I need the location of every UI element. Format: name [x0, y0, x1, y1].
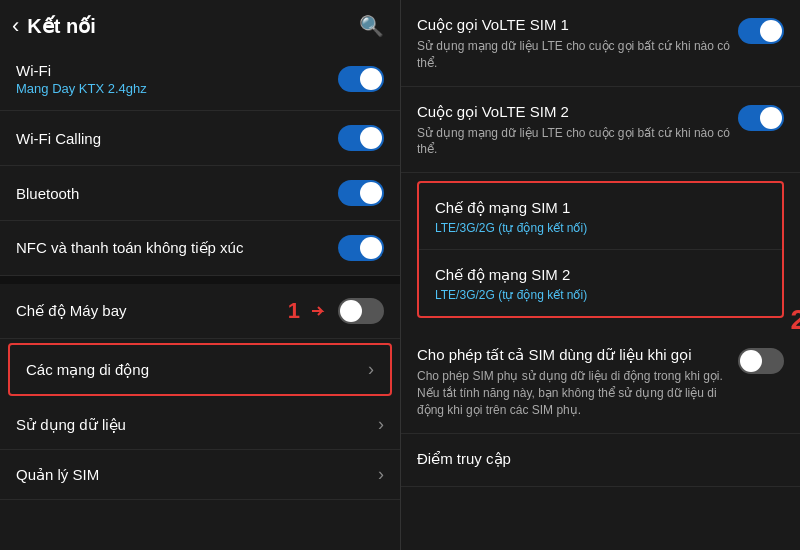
network-mode-sim1-subtitle: LTE/3G/2G (tự động kết nối) — [435, 221, 766, 235]
mobile-networks-title: Các mạng di động — [26, 361, 149, 379]
settings-item-mobile-networks[interactable]: Các mạng di động › — [10, 345, 390, 394]
volte-sim1-title: Cuộc gọi VoLTE SIM 1 — [417, 16, 730, 34]
settings-item-wifi[interactable]: Wi-Fi Mang Day KTX 2.4ghz — [0, 48, 400, 111]
volte-sim2-title: Cuộc gọi VoLTE SIM 2 — [417, 103, 730, 121]
volte-sim2-item[interactable]: Cuộc gọi VoLTE SIM 2 Sử dụng mạng dữ liệ… — [401, 87, 800, 174]
settings-item-wifi-calling[interactable]: Wi-Fi Calling — [0, 111, 400, 166]
nfc-toggle[interactable] — [338, 235, 384, 261]
settings-item-data-usage[interactable]: Sử dụng dữ liệu › — [0, 400, 400, 450]
access-point-title: Điểm truy cập — [417, 450, 784, 468]
airplane-title: Chế độ Máy bay — [16, 302, 127, 320]
arrow-icon — [308, 302, 326, 320]
network-mode-sim2-title: Chế độ mạng SIM 2 — [435, 266, 766, 284]
wifi-calling-toggle[interactable] — [338, 125, 384, 151]
allow-sim-title: Cho phép tất cả SIM dùng dữ liệu khi gọi — [417, 346, 730, 364]
allow-sim-data-item[interactable]: Cho phép tất cả SIM dùng dữ liệu khi gọi… — [401, 330, 800, 433]
divider-1 — [0, 276, 400, 284]
volte-sim1-desc: Sử dụng mạng dữ liệu LTE cho cuộc gọi bấ… — [417, 38, 730, 72]
chevron-right-icon-2: › — [378, 414, 384, 435]
highlighted-group-wrapper: Chế độ mạng SIM 1 LTE/3G/2G (tự động kết… — [409, 177, 792, 322]
settings-item-nfc[interactable]: NFC và thanh toán không tiếp xúc — [0, 221, 400, 276]
mobile-networks-highlight: Các mạng di động › — [8, 343, 392, 396]
badge-1: 1 — [288, 298, 300, 324]
bluetooth-title: Bluetooth — [16, 185, 79, 202]
volte-sim1-item[interactable]: Cuộc gọi VoLTE SIM 1 Sử dụng mạng dữ liệ… — [401, 0, 800, 87]
right-panel: Cuộc gọi VoLTE SIM 1 Sử dụng mạng dữ liệ… — [400, 0, 800, 550]
network-mode-sim2-item[interactable]: Chế độ mạng SIM 2 LTE/3G/2G (tự động kết… — [419, 250, 782, 316]
wifi-toggle[interactable] — [338, 66, 384, 92]
volte-sim1-toggle[interactable] — [738, 18, 784, 44]
settings-item-sim-manager[interactable]: Quản lý SIM › — [0, 450, 400, 500]
header: ‹ Kết nối 🔍 — [0, 0, 400, 48]
wifi-calling-title: Wi-Fi Calling — [16, 130, 101, 147]
bluetooth-toggle[interactable] — [338, 180, 384, 206]
network-mode-sim1-title: Chế độ mạng SIM 1 — [435, 199, 766, 217]
left-panel: ‹ Kết nối 🔍 Wi-Fi Mang Day KTX 2.4ghz Wi… — [0, 0, 400, 550]
badge-2: 2 — [790, 304, 800, 336]
sim-manager-title: Quản lý SIM — [16, 466, 99, 484]
network-mode-sim1-item[interactable]: Chế độ mạng SIM 1 LTE/3G/2G (tự động kết… — [419, 183, 782, 250]
wifi-subtitle: Mang Day KTX 2.4ghz — [16, 81, 147, 96]
search-button[interactable]: 🔍 — [359, 14, 384, 38]
data-usage-title: Sử dụng dữ liệu — [16, 416, 126, 434]
volte-sim2-desc: Sử dụng mạng dữ liệu LTE cho cuộc gọi bấ… — [417, 125, 730, 159]
chevron-right-icon: › — [368, 359, 374, 380]
wifi-title: Wi-Fi — [16, 62, 147, 79]
network-mode-highlight-group: Chế độ mạng SIM 1 LTE/3G/2G (tự động kết… — [417, 181, 784, 318]
settings-item-airplane[interactable]: Chế độ Máy bay 1 — [0, 284, 400, 339]
network-mode-sim2-subtitle: LTE/3G/2G (tự động kết nối) — [435, 288, 766, 302]
allow-sim-toggle[interactable] — [738, 348, 784, 374]
airplane-toggle[interactable] — [338, 298, 384, 324]
chevron-right-icon-3: › — [378, 464, 384, 485]
access-point-item[interactable]: Điểm truy cập — [401, 434, 800, 487]
back-button[interactable]: ‹ — [12, 15, 19, 37]
settings-list: Wi-Fi Mang Day KTX 2.4ghz Wi-Fi Calling … — [0, 48, 400, 550]
page-title: Kết nối — [27, 14, 95, 38]
nfc-title: NFC và thanh toán không tiếp xúc — [16, 239, 243, 257]
allow-sim-desc: Cho phép SIM phụ sử dụng dữ liệu di động… — [417, 368, 730, 418]
settings-item-bluetooth[interactable]: Bluetooth — [0, 166, 400, 221]
volte-sim2-toggle[interactable] — [738, 105, 784, 131]
